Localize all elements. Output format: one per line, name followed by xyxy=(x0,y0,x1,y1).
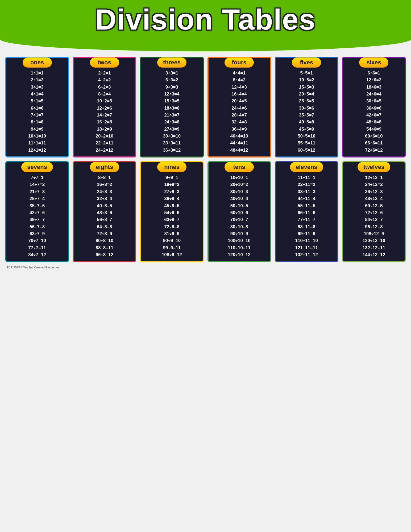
equation-item: 3÷1=3 xyxy=(31,84,44,91)
table-card-sevens: sevens7÷7=114÷7=221÷7=328÷7=435÷7=542÷7=… xyxy=(5,161,69,262)
equation-item: 88÷11=8 xyxy=(298,223,315,230)
equation-item: 36÷12=3 xyxy=(365,188,383,195)
equation-item: 18÷9=2 xyxy=(164,181,179,188)
table-card-ones: ones1÷1=12÷1=23÷1=34÷1=45÷1=56÷1=67÷1=78… xyxy=(5,57,69,157)
equation-item: 42÷6=7 xyxy=(366,112,381,119)
equation-item: 60÷5=12 xyxy=(298,147,315,154)
equation-item: 18÷3=6 xyxy=(164,105,179,112)
equation-item: 25÷5=5 xyxy=(299,98,314,105)
equation-list-threes: 3÷3=16÷3=29÷3=312÷3=415÷3=518÷3=621÷3=72… xyxy=(141,70,202,154)
equation-item: 36÷9=4 xyxy=(164,195,179,202)
equation-item: 72÷6=12 xyxy=(365,147,383,154)
equation-item: 5÷5=1 xyxy=(300,70,313,77)
equation-item: 63÷9=7 xyxy=(164,216,179,223)
equation-item: 55÷5=11 xyxy=(298,140,315,147)
equation-item: 32÷4=8 xyxy=(232,119,247,126)
table-label-sixes: sixes xyxy=(359,57,388,68)
equation-item: 88÷8=11 xyxy=(96,244,113,251)
table-card-twos: twos2÷2=14÷2=26÷2=38÷2=410÷2=512÷2=614÷2… xyxy=(73,57,136,157)
table-card-elevens: elevens11÷11=122÷11=233÷11=344÷11=455÷11… xyxy=(275,161,338,262)
equation-item: 1÷1=1 xyxy=(31,70,44,77)
table-label-twelves: twelves xyxy=(358,162,391,172)
table-card-threes: threes3÷3=16÷3=29÷3=312÷3=415÷3=518÷3=62… xyxy=(140,57,204,157)
equation-item: 27÷3=9 xyxy=(164,126,179,133)
equation-item: 81÷9=9 xyxy=(164,230,179,237)
equation-item: 70÷10=7 xyxy=(230,216,248,223)
equation-item: 72÷8=9 xyxy=(97,230,112,237)
equation-item: 12÷2=6 xyxy=(97,105,112,112)
equation-item: 8÷2=4 xyxy=(98,91,111,98)
equation-item: 121÷11=11 xyxy=(295,244,318,251)
equation-item: 60÷12=5 xyxy=(365,202,383,209)
equation-item: 35÷5=7 xyxy=(299,112,314,119)
equation-item: 15÷3=5 xyxy=(164,98,179,105)
equation-item: 80÷10=8 xyxy=(230,223,248,230)
table-label-fours: fours xyxy=(225,57,254,68)
equation-item: 90÷9=10 xyxy=(163,237,181,244)
equation-item: 32÷8=4 xyxy=(97,195,112,202)
equation-item: 50÷5=10 xyxy=(298,133,315,140)
equation-item: 50÷10=5 xyxy=(230,202,248,209)
equation-item: 90÷10=9 xyxy=(230,230,248,237)
table-card-twelves: twelves12÷12=124÷12=236÷12=348÷12=460÷12… xyxy=(342,161,406,262)
page-title: Division Tables xyxy=(3,5,408,37)
equation-item: 36÷4=9 xyxy=(232,126,247,133)
equation-item: 66÷6=11 xyxy=(365,140,383,147)
equation-item: 30÷6=5 xyxy=(366,98,381,105)
equation-item: 12÷1=12 xyxy=(28,147,46,154)
equation-item: 4÷4=1 xyxy=(233,70,246,77)
equation-item: 6÷2=3 xyxy=(98,84,111,91)
equation-item: 66÷11=6 xyxy=(298,209,315,216)
equation-item: 20÷10=2 xyxy=(230,181,248,188)
equation-item: 48÷6=8 xyxy=(366,119,381,126)
equation-item: 33÷3=11 xyxy=(163,140,181,147)
equation-item: 54÷9=6 xyxy=(164,209,179,216)
equation-list-eights: 8÷8=116÷8=224÷8=332÷8=440÷8=548÷8=656÷8=… xyxy=(74,174,135,258)
equation-item: 48÷12=4 xyxy=(365,195,383,202)
equation-item: 99÷9=11 xyxy=(163,244,181,251)
equation-item: 22÷2=11 xyxy=(96,140,113,147)
equation-item: 21÷3=7 xyxy=(164,112,179,119)
equation-item: 6÷1=6 xyxy=(31,105,44,112)
equation-list-fives: 5÷5=110÷5=215÷5=320÷5=425÷5=530÷5=635÷5=… xyxy=(276,70,337,154)
equation-item: 16÷4=4 xyxy=(232,91,247,98)
equation-item: 24÷3=8 xyxy=(164,119,179,126)
equation-item: 14÷2=7 xyxy=(97,112,112,119)
equation-item: 44÷4=11 xyxy=(230,140,248,147)
table-label-twos: twos xyxy=(90,57,119,68)
equation-item: 6÷3=2 xyxy=(165,77,178,84)
table-card-eights: eights8÷8=116÷8=224÷8=332÷8=440÷8=548÷8=… xyxy=(73,161,136,262)
equation-item: 49÷7=7 xyxy=(30,216,45,223)
equation-list-nines: 9÷9=118÷9=227÷9=336÷9=445÷9=554÷9=663÷9=… xyxy=(141,174,202,258)
equation-item: 12÷12=1 xyxy=(365,174,383,181)
equation-item: 63÷7=9 xyxy=(30,230,45,237)
equation-item: 9÷1=9 xyxy=(31,126,44,133)
equation-item: 110÷11=10 xyxy=(295,237,318,244)
equation-item: 10÷10=1 xyxy=(230,174,248,181)
equation-item: 12÷4=3 xyxy=(232,84,247,91)
table-label-tens: tens xyxy=(225,162,254,172)
equation-item: 72÷12=6 xyxy=(365,209,383,216)
table-label-sevens: sevens xyxy=(21,162,53,172)
table-label-fives: fives xyxy=(292,57,321,68)
page-header: Division Tables xyxy=(0,0,411,37)
header-wave-decoration xyxy=(0,37,411,51)
equation-list-fours: 4÷4=18÷4=212÷4=316÷4=420÷4=524÷4=628÷4=7… xyxy=(209,70,270,154)
equation-item: 60÷6=10 xyxy=(365,133,383,140)
equation-item: 120÷12=10 xyxy=(363,237,385,244)
equation-item: 99÷11=9 xyxy=(298,230,315,237)
equation-list-ones: 1÷1=12÷1=23÷1=34÷1=45÷1=56÷1=67÷1=78÷1=8… xyxy=(6,70,68,154)
table-card-fives: fives5÷5=110÷5=215÷5=320÷5=425÷5=530÷5=6… xyxy=(275,57,338,157)
equation-item: 44÷11=4 xyxy=(298,195,315,202)
equation-item: 9÷3=3 xyxy=(165,84,178,91)
equation-item: 15÷5=3 xyxy=(299,84,314,91)
equation-item: 84÷12=7 xyxy=(365,216,383,223)
equation-item: 55÷11=5 xyxy=(298,202,315,209)
equation-item: 20÷5=4 xyxy=(299,91,314,98)
equation-item: 40÷8=5 xyxy=(97,202,112,209)
equation-list-tens: 10÷10=120÷10=230÷10=340÷10=450÷10=560÷10… xyxy=(209,174,270,258)
equation-item: 7÷1=7 xyxy=(31,112,44,119)
equation-item: 9÷9=1 xyxy=(165,174,178,181)
table-label-nines: nines xyxy=(157,162,186,172)
equation-item: 35÷7=5 xyxy=(30,202,45,209)
